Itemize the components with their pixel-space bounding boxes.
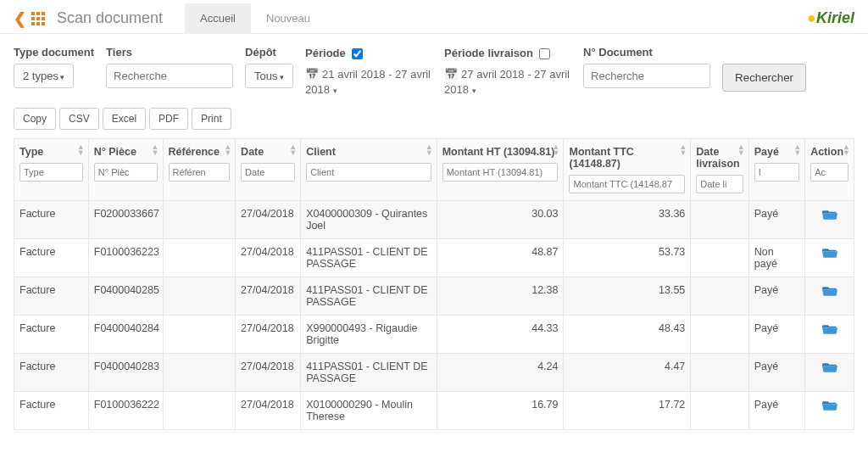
cell-ttc: 13.55 [564,277,691,316]
col-montant-ttc[interactable]: Montant TTC (14148.87)▲▼ [564,139,691,201]
cell-liv [691,316,748,354]
periode-checkbox[interactable] [352,48,363,59]
filter-client[interactable] [306,163,431,182]
cell-date: 27/04/2018 [236,316,301,354]
col-ref[interactable]: Référence▲▼ [163,139,236,201]
cell-ref [163,239,236,277]
col-date[interactable]: Date▲▼ [236,139,301,201]
cell-ht: 44.33 [437,316,564,354]
open-folder-icon[interactable] [822,284,837,296]
cell-date: 27/04/2018 [236,392,301,430]
calendar-icon [305,68,322,81]
cell-action [805,277,854,316]
cell-piece: F0100036222 [88,392,163,430]
open-folder-icon[interactable] [822,399,837,411]
cell-liv [691,354,748,392]
filter-action[interactable] [810,163,849,182]
depot-dropdown[interactable]: Tous [245,64,293,88]
filter-date[interactable] [241,163,295,182]
cell-liv [691,201,748,239]
csv-button[interactable]: CSV [59,108,99,130]
filter-bar: Type document 2 types Tiers Dépôt Tous P… [0,34,868,104]
sort-icon: ▲▼ [679,144,687,155]
cell-piece: F0100036223 [88,239,163,277]
col-action[interactable]: Action▲▼ [805,139,854,201]
tiers-label: Tiers [106,46,233,59]
filter-paye[interactable] [754,163,799,182]
table-body: FactureF020003366727/04/2018X0400000309 … [14,201,854,430]
num-document-input[interactable] [583,64,710,88]
table-row: FactureF020003366727/04/2018X0400000309 … [14,201,854,239]
cell-type: Facture [14,277,89,316]
tab-nouveau[interactable]: Nouveau [251,3,326,33]
cell-client: X0100000290 - Moulin Therese [301,392,437,430]
cell-action [805,201,854,239]
sort-icon: ▲▼ [77,144,85,155]
cell-ht: 12.38 [437,277,564,316]
filter-type[interactable] [19,163,83,182]
cell-piece: F0200033667 [88,201,163,239]
periode-livraison-label: Période livraison [444,46,571,62]
cell-ttc: 53.73 [564,239,691,277]
cell-ref [163,277,236,316]
cell-piece: F0400040284 [88,316,163,354]
type-document-label: Type document [14,46,94,59]
cell-client: X0400000309 - Quirantes Joel [301,201,437,239]
excel-button[interactable]: Excel [103,108,146,130]
cell-action [805,316,854,354]
cell-type: Facture [14,239,89,277]
col-montant-ht[interactable]: Montant HT (13094.81)▲▼ [437,139,564,201]
open-folder-icon[interactable] [822,246,837,258]
cell-type: Facture [14,316,89,354]
pdf-button[interactable]: PDF [149,108,188,130]
filter-periode: Période 21 avril 2018 - 27 avril 2018 ▾ [305,46,432,98]
sort-icon: ▲▼ [426,144,433,155]
cell-liv [691,239,748,277]
cell-client: X990000493 - Rigaudie Brigitte [301,316,437,354]
col-piece[interactable]: N° Pièce▲▼ [88,139,163,201]
filter-piece[interactable] [94,163,158,182]
filter-ref[interactable] [169,163,231,182]
table-row: FactureF040004028527/04/2018411PASS01 - … [14,277,854,316]
periode-label: Période [305,46,432,62]
back-icon[interactable]: ❮ [14,9,26,28]
apps-grid-icon[interactable] [31,12,45,25]
col-date-livraison[interactable]: Date livraison▲▼ [691,139,748,201]
tiers-input[interactable] [106,64,233,88]
sort-icon: ▲▼ [152,144,159,155]
col-paye[interactable]: Payé▲▼ [748,139,804,201]
cell-ttc: 4.47 [564,354,691,392]
filter-liv[interactable] [696,175,743,193]
sort-icon: ▲▼ [843,144,850,155]
col-type[interactable]: Type▲▼ [14,139,89,201]
cell-paye: Non payé [748,239,804,277]
num-document-label: N° Document [583,46,710,59]
tab-accueil[interactable]: Accueil [185,3,251,33]
cell-ht: 48.87 [437,239,564,277]
print-button[interactable]: Print [192,108,231,130]
cell-action [805,239,854,277]
brand-logo: ●Kiriel [807,9,854,27]
periode-livraison-range[interactable]: 27 avril 2018 - 27 avril 2018 ▾ [444,67,571,98]
open-folder-icon[interactable] [822,208,837,220]
cell-ref [163,392,236,430]
sort-icon: ▲▼ [224,144,231,155]
open-folder-icon[interactable] [822,322,837,334]
filter-ht[interactable] [442,163,559,182]
cell-paye: Payé [748,201,804,239]
cell-client: 411PASS01 - CLIENT DE PASSAGE [301,354,437,392]
cell-ref [163,316,236,354]
periode-livraison-checkbox[interactable] [539,48,550,59]
filter-ttc[interactable] [569,175,685,193]
filter-periode-livraison: Période livraison 27 avril 2018 - 27 avr… [444,46,571,98]
open-folder-icon[interactable] [822,361,837,372]
search-button[interactable]: Rechercher [722,64,806,92]
copy-button[interactable]: Copy [14,108,56,130]
export-buttons: Copy CSV Excel PDF Print [0,104,868,138]
col-client[interactable]: Client▲▼ [301,139,437,201]
cell-piece: F0400040285 [88,277,163,316]
cell-date: 27/04/2018 [236,201,301,239]
periode-range[interactable]: 21 avril 2018 - 27 avril 2018 ▾ [305,67,432,98]
type-document-dropdown[interactable]: 2 types [14,64,74,88]
filter-depot: Dépôt Tous [245,46,293,88]
